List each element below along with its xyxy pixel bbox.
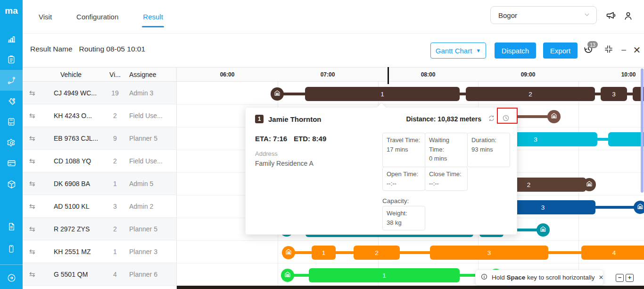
info-cell-label: Travel Time: <box>387 136 421 145</box>
info-cell-label: Open Time: <box>387 170 421 179</box>
swap-vehicle-icon[interactable]: ⇆ <box>23 111 41 120</box>
route-stop-bar[interactable]: 1 <box>309 268 460 282</box>
stop-info-grid: Travel Time:17 minsWaiting Time:0 minsDu… <box>382 133 514 191</box>
account-button[interactable] <box>621 10 635 23</box>
route-stop-bar[interactable]: 2 <box>354 246 400 260</box>
table-row[interactable]: ⇆R 2972 ZYS2Planner 5 <box>23 218 176 240</box>
info-row-1: Travel Time:17 minsWaiting Time:0 minsDu… <box>382 133 514 167</box>
file-icon <box>7 222 16 231</box>
tab-visit[interactable]: Visit <box>38 0 53 34</box>
close-button[interactable]: ✕ <box>631 44 643 56</box>
route-stop-bar[interactable]: 2 <box>466 87 595 101</box>
swap-vehicle-icon[interactable]: ⇆ <box>23 179 41 188</box>
gear-icon <box>7 138 17 148</box>
depot-marker[interactable] <box>282 246 295 259</box>
table-row[interactable]: ⇆DK 6908 BA1Admin 5 <box>23 172 176 195</box>
column-header-visits: Vi... <box>105 71 125 78</box>
sidebar-item-gear[interactable] <box>0 132 23 153</box>
sidebar-divider <box>0 264 23 265</box>
sidebar-item-bar-chart[interactable] <box>0 28 23 49</box>
current-time-marker[interactable] <box>388 67 389 84</box>
zoom-out-button[interactable]: − <box>616 274 624 282</box>
minus-icon: − <box>621 45 627 55</box>
gantt-time-header: 06:0007:0008:0009:0010:00 <box>177 67 644 82</box>
view-mode-dropdown[interactable]: Gantt Chart▼ <box>430 42 486 59</box>
warehouse-icon <box>273 89 281 99</box>
swap-vehicle-icon[interactable]: ⇆ <box>23 247 41 256</box>
tab-configuration[interactable]: Configuration <box>75 0 119 34</box>
region-select[interactable]: Bogor <box>490 6 597 24</box>
sidebar-item-ledger[interactable] <box>0 111 23 132</box>
sidebar-item-puzzle[interactable] <box>0 91 23 112</box>
annotation-highlight-box <box>497 108 518 124</box>
route-stop-bar[interactable]: 4 <box>581 246 644 260</box>
result-title: Result NameRouting 08-05 10:01 <box>30 45 145 53</box>
minimize-button[interactable]: − <box>618 44 630 56</box>
table-row[interactable]: ⇆CJ 4949 WC...19Admin 3 <box>23 82 176 104</box>
table-row[interactable]: ⇆AD 5100 KL3Admin 2 <box>23 195 176 218</box>
table-header: Vehicle Vi... Assignee <box>23 67 177 82</box>
visits-count: 1 <box>105 180 125 187</box>
route-stop-bar[interactable] <box>608 132 644 146</box>
hint-close-icon[interactable]: ✕ <box>598 274 603 281</box>
route-stop-bar[interactable]: 1 <box>312 246 336 260</box>
megaphone-icon <box>605 10 617 23</box>
announcement-button[interactable] <box>604 10 618 23</box>
export-button[interactable]: Export <box>543 42 578 59</box>
depot-marker[interactable] <box>281 269 294 282</box>
vehicle-plate: CJ 4949 WC... <box>54 89 105 97</box>
swap-vehicle-icon[interactable]: ⇆ <box>23 134 41 143</box>
sync-icon[interactable] <box>487 114 495 124</box>
table-row[interactable]: ⇆G 5501 QM4Planner 6 <box>23 263 176 286</box>
caret-down-icon: ▼ <box>476 48 481 53</box>
route-stop-bar[interactable]: 3 <box>601 87 627 101</box>
sidebar-item-smartphone[interactable] <box>0 238 23 259</box>
stop-number-badge: 1 <box>255 115 264 123</box>
horizontal-scrollbar[interactable] <box>177 286 644 289</box>
stop-tooltip: 1 Jamie Thornton Distance: 10,832 meters… <box>245 107 517 235</box>
route-stop-bar[interactable]: 3 <box>430 246 548 260</box>
collapse-window-button[interactable] <box>603 44 615 56</box>
swap-vehicle-icon[interactable]: ⇆ <box>23 89 41 97</box>
sidebar-item-credit-card[interactable] <box>0 153 23 173</box>
depot-marker[interactable] <box>634 201 644 214</box>
visits-count: 2 <box>105 157 125 165</box>
assignee-name: Planner 5 <box>125 135 176 142</box>
depot-marker[interactable] <box>537 223 550 237</box>
depot-marker[interactable] <box>583 178 596 191</box>
assignee-name: Planner 5 <box>125 225 176 233</box>
table-row[interactable]: ⇆KH 4243 O...2Field Use... <box>23 104 176 127</box>
swap-vehicle-icon[interactable]: ⇆ <box>23 202 41 211</box>
swap-vehicle-icon[interactable]: ⇆ <box>23 225 41 233</box>
info-cell: Travel Time:17 mins <box>382 133 425 167</box>
hour-label: 08:00 <box>421 71 436 78</box>
swap-vehicle-icon[interactable]: ⇆ <box>23 270 41 279</box>
info-row-2: Open Time:--:--Close Time:--:-- <box>382 167 514 191</box>
dispatch-button[interactable]: Dispatch <box>495 42 536 59</box>
sidebar-item-package[interactable] <box>0 174 23 195</box>
result-toolbar: Result NameRouting 08-05 10:01 Gantt Cha… <box>23 34 644 67</box>
depot-marker[interactable] <box>547 110 561 123</box>
info-cell-label: Close Time: <box>429 170 463 179</box>
depot-marker[interactable] <box>271 87 284 101</box>
top-nav: VisitConfigurationResult Bogor <box>23 0 644 34</box>
sidebar-collapse-button[interactable] <box>0 267 23 288</box>
info-cell-value: 93 mins <box>471 145 506 154</box>
assignee-name: Planner 6 <box>125 271 176 278</box>
swap-vehicle-icon[interactable]: ⇆ <box>23 157 41 165</box>
route-stop-bar[interactable]: 1 <box>305 87 460 101</box>
hour-label: 09:00 <box>521 71 536 78</box>
warehouse-icon <box>636 203 644 212</box>
table-row[interactable]: ⇆KH 2551 MZ1Planner 3 <box>23 240 176 263</box>
warehouse-icon <box>539 225 547 235</box>
sidebar-item-file[interactable] <box>0 216 23 237</box>
table-row[interactable]: ⇆EB 9763 CJL...9Planner 5 <box>23 127 176 150</box>
zoom-in-button[interactable]: + <box>626 274 634 282</box>
table-row[interactable]: ⇆CD 1088 YQ2Field Use... <box>23 150 176 172</box>
sidebar-item-clipboard[interactable] <box>0 49 23 70</box>
tab-result[interactable]: Result <box>142 0 164 34</box>
person-icon <box>623 10 634 23</box>
sidebar-item-route[interactable] <box>0 70 23 91</box>
visits-count: 2 <box>105 112 125 119</box>
vertical-scrollbar[interactable] <box>641 68 644 193</box>
